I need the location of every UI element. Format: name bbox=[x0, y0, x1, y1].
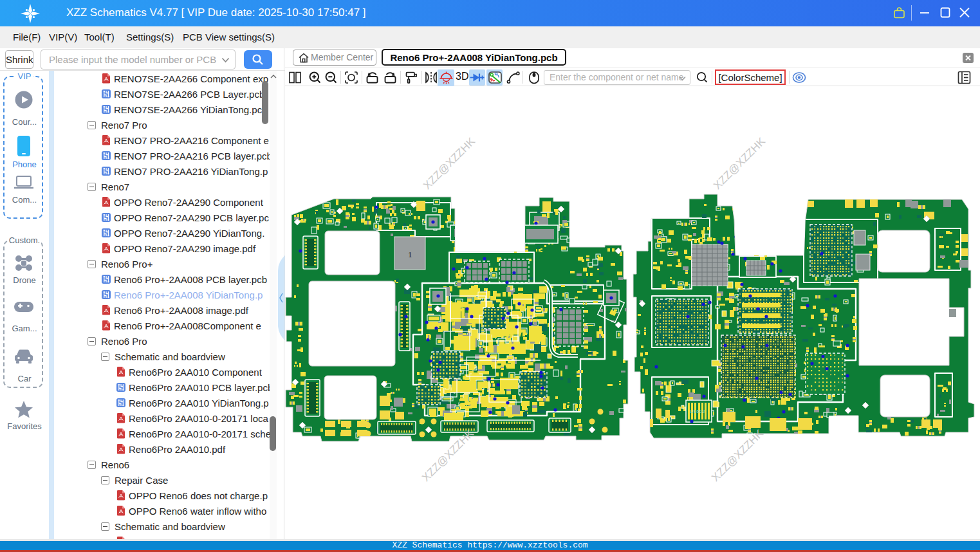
svg-text:XZZ@XZZHK: XZZ@XZZHK bbox=[421, 135, 477, 192]
svg-text:U1602: U1602 bbox=[690, 409, 705, 414]
svg-text:XZZ@XZZHK: XZZ@XZZHK bbox=[711, 135, 768, 192]
svg-text:1: 1 bbox=[408, 250, 412, 259]
